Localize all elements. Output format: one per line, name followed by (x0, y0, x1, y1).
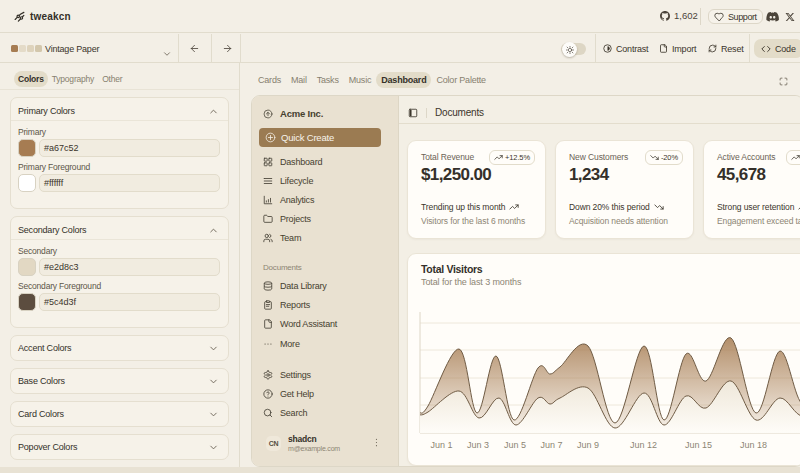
svg-text:Jun 7: Jun 7 (540, 440, 562, 450)
svg-text:Jun 15: Jun 15 (685, 440, 712, 450)
svg-text:Jun 1: Jun 1 (430, 440, 452, 450)
svg-text:Jun 5: Jun 5 (504, 440, 526, 450)
svg-text:Jun 9: Jun 9 (577, 440, 599, 450)
svg-text:Jun 12: Jun 12 (630, 440, 657, 450)
svg-text:Jun 3: Jun 3 (467, 440, 489, 450)
svg-text:Jun 18: Jun 18 (740, 440, 767, 450)
